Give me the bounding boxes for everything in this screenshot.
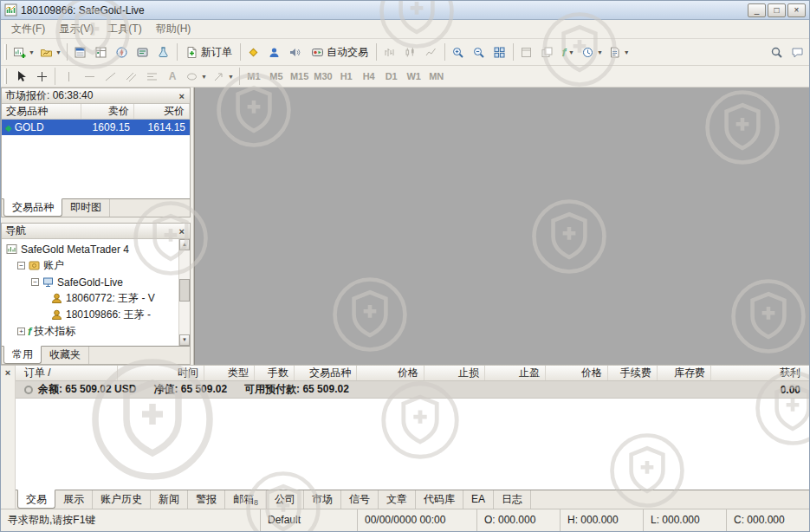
close-button[interactable]: × — [787, 3, 806, 17]
scrollbar-track[interactable] — [179, 250, 190, 334]
chat-button[interactable] — [787, 42, 807, 62]
tab-favorites[interactable]: 收藏夹 — [42, 347, 89, 364]
tab-common[interactable]: 常用 — [3, 346, 42, 364]
tree-item-account-2[interactable]: 180109866: 王茅 - — [2, 307, 178, 323]
timeframe-m1[interactable]: M1 — [243, 66, 265, 87]
search-button[interactable] — [766, 42, 787, 62]
market-watch-button[interactable] — [70, 42, 91, 62]
fibonacci-button[interactable] — [141, 66, 162, 87]
terminal-button[interactable] — [133, 42, 153, 62]
toolbar-grip[interactable] — [4, 44, 7, 60]
tree-item-account-1[interactable]: 18060772: 王茅 - V — [2, 290, 178, 307]
scroll-down-icon[interactable]: ▼ — [179, 334, 190, 346]
tab-news[interactable]: 新闻 — [151, 490, 188, 509]
toolbar-grip[interactable] — [4, 68, 7, 84]
tab-code-base[interactable]: 代码库 — [416, 490, 463, 509]
tab-market[interactable]: 市场 — [304, 490, 341, 509]
indicators-f-icon: f — [28, 325, 31, 338]
tab-articles[interactable]: 文章 — [379, 490, 416, 509]
new-order-button[interactable]: 新订单 — [180, 42, 237, 62]
candlestick-chart-button[interactable] — [400, 42, 421, 62]
app-icon — [4, 3, 17, 16]
symbol-row-gold[interactable]: ◆ GOLD 1609.15 1614.15 — [2, 120, 190, 135]
terminal-side-strip: × — [1, 366, 16, 509]
channel-button[interactable] — [120, 66, 141, 87]
zoom-in-button[interactable] — [448, 42, 469, 62]
status-profile[interactable]: Default — [260, 509, 357, 531]
collapse-icon[interactable]: − — [17, 262, 25, 269]
tab-alerts[interactable]: 警报 — [188, 490, 225, 509]
status-close: C: 000.000 — [726, 509, 809, 531]
profiles-button[interactable]: ▼ — [37, 42, 64, 62]
indicators-dropdown-button[interactable]: f ▼ — [558, 42, 579, 62]
data-window-button[interactable] — [91, 42, 112, 62]
minimize-button[interactable]: _ — [748, 3, 766, 17]
tab-signals[interactable]: 信号 — [341, 490, 379, 509]
tab-company[interactable]: 公司 — [267, 490, 304, 509]
tab-tick-chart[interactable]: 即时图 — [62, 199, 110, 217]
trendline-button[interactable] — [100, 66, 120, 87]
tab-account-history[interactable]: 账户历史 — [93, 490, 151, 509]
collapse-icon[interactable]: − — [31, 278, 39, 286]
templates-dropdown-button[interactable]: ▼ — [606, 42, 632, 62]
balance-row[interactable]: 余额: 65 509.02 USD 净值: 65 509.02 可用预付款: 6… — [16, 381, 809, 399]
metaeditor-button[interactable] — [243, 42, 264, 62]
tab-exposure[interactable]: 展示 — [55, 490, 93, 509]
tree-item-server[interactable]: − SafeGold-Live — [2, 274, 178, 290]
menu-file[interactable]: 文件(F) — [4, 20, 52, 38]
crosshair-button[interactable] — [31, 66, 52, 87]
timeframe-w1[interactable]: W1 — [403, 66, 425, 87]
tab-symbols[interactable]: 交易品种 — [3, 198, 62, 217]
new-chart-button[interactable]: ▼ — [10, 42, 37, 62]
vertical-line-button[interactable] — [58, 66, 79, 87]
text-tool-button[interactable]: A — [162, 66, 183, 87]
line-chart-button[interactable] — [421, 42, 442, 62]
menu-help[interactable]: 帮助(H) — [149, 20, 198, 38]
zoom-out-button[interactable] — [469, 42, 489, 62]
strategy-tester-icon — [157, 46, 170, 59]
timeframe-m30[interactable]: M30 — [311, 66, 334, 87]
bid-value: 1609.15 — [81, 121, 134, 133]
bar-chart-button[interactable] — [379, 42, 400, 62]
autotrading-button[interactable]: 自动交易 — [306, 42, 373, 62]
tree-item-indicators[interactable]: + f 技术指标 — [2, 323, 178, 340]
menu-view[interactable]: 显示(V) — [52, 20, 100, 38]
timeframe-d1[interactable]: D1 — [380, 66, 403, 87]
timeframe-m5[interactable]: M5 — [265, 66, 288, 87]
periods-dropdown-button[interactable]: ▼ — [579, 42, 606, 62]
scrollbar-thumb[interactable] — [179, 279, 190, 302]
chevron-down-icon: ▼ — [624, 49, 630, 55]
tree-item-accounts[interactable]: − 账户 — [2, 257, 178, 274]
chevron-down-icon: ▼ — [597, 49, 603, 55]
timeframe-m15[interactable]: M15 — [288, 66, 311, 87]
timeframe-h4[interactable]: H4 — [358, 66, 380, 87]
tab-trade[interactable]: 交易 — [17, 490, 55, 509]
close-icon[interactable]: × — [178, 226, 186, 237]
expand-icon[interactable]: + — [17, 328, 25, 335]
close-icon[interactable]: × — [3, 367, 12, 378]
tile-windows-button[interactable] — [489, 42, 510, 62]
new-order-label: 新订单 — [201, 45, 232, 60]
notifications-button[interactable] — [285, 42, 306, 62]
maximize-button[interactable]: □ — [768, 3, 786, 17]
tab-experts[interactable]: EA — [463, 490, 494, 509]
arrows-dropdown-button[interactable]: ▼ — [210, 66, 237, 87]
tab-mailbox[interactable]: 邮箱8 — [225, 490, 267, 509]
navigator-scrollbar[interactable]: ▲ ▼ — [178, 239, 190, 346]
scroll-up-icon[interactable]: ▲ — [179, 239, 190, 250]
menu-tools[interactable]: 工具(T) — [100, 20, 148, 38]
strategy-tester-button[interactable] — [153, 42, 174, 62]
horizontal-line-button[interactable] — [79, 66, 100, 87]
shapes-dropdown-button[interactable]: ▼ — [183, 66, 210, 87]
timeframe-mn[interactable]: MN — [425, 66, 448, 87]
line-chart-icon — [424, 46, 437, 59]
community-button[interactable] — [264, 42, 285, 62]
cascade-windows-button[interactable] — [537, 42, 558, 62]
new-window-button[interactable] — [516, 42, 537, 62]
cursor-button[interactable] — [10, 66, 31, 87]
tree-item-platform[interactable]: SafeGold MetaTrader 4 — [2, 241, 178, 257]
navigator-button[interactable] — [112, 42, 133, 62]
close-icon[interactable]: × — [178, 91, 186, 101]
timeframe-h1[interactable]: H1 — [335, 66, 358, 87]
tab-journal[interactable]: 日志 — [494, 490, 531, 509]
